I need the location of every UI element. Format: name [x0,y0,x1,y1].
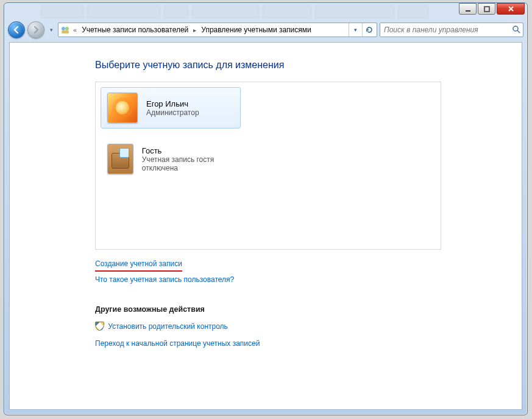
refresh-icon [365,26,374,34]
search-box[interactable] [380,23,523,37]
close-button[interactable] [497,3,525,15]
account-item[interactable]: Гость Учетная запись гостя отключена [101,138,241,180]
chevron-down-icon: ▾ [50,27,53,33]
maximize-button[interactable] [478,3,495,15]
breadcrumb-dropdown[interactable]: ▾ [349,23,362,37]
search-icon[interactable] [512,25,520,35]
avatar [107,93,138,123]
account-name: Егор Ильич [146,99,199,108]
content-pane: Выберите учетную запись для изменения Ег… [9,42,522,410]
shield-icon [95,322,104,331]
forward-button[interactable] [27,21,44,38]
svg-point-2 [62,27,65,30]
svg-rect-4 [62,30,69,33]
minimize-icon [465,6,471,12]
chevron-right-icon[interactable]: ▸ [192,27,197,33]
svg-rect-0 [466,10,470,12]
link-goto-accounts-home[interactable]: Переход к начальной странице учетных зап… [95,336,260,352]
window-frame: ▾ « Учетные записи пользователей ▸ Управ… [4,2,528,415]
page-title: Выберите учетную запись для изменения [95,60,449,71]
account-item[interactable]: Егор Ильич Администратор [101,87,241,129]
nav-bar: ▾ « Учетные записи пользователей ▸ Управ… [8,20,523,40]
minimize-button[interactable] [459,3,477,15]
avatar [107,144,133,174]
link-what-is-account[interactable]: Что такое учетная запись пользователя? [95,272,234,288]
svg-point-5 [513,26,518,31]
svg-rect-1 [484,7,489,12]
maximize-icon [484,6,490,12]
link-parental-controls[interactable]: Установить родительский контроль [108,319,228,335]
title-bar [4,3,527,20]
other-actions-heading: Другие возможные действия [95,305,441,314]
svg-line-6 [517,30,520,33]
breadcrumb-item-2[interactable]: Управление учетными записями [199,26,313,34]
svg-point-3 [65,27,69,30]
back-button[interactable] [8,21,25,38]
arrow-left-icon [12,26,21,34]
refresh-button[interactable] [362,23,375,37]
address-bar[interactable]: « Учетные записи пользователей ▸ Управле… [58,23,377,37]
breadcrumb-item-1[interactable]: Учетные записи пользователей [79,26,191,34]
account-name: Гость [142,146,234,155]
close-icon [508,5,514,12]
user-accounts-icon [60,24,71,35]
chevron-down-icon: ▾ [354,27,357,33]
accounts-list: Егор Ильич Администратор Гость Учетная з… [95,82,441,250]
account-role: Администратор [146,108,199,117]
link-create-account[interactable]: Создание учетной записи [95,256,182,272]
nav-history-dropdown[interactable]: ▾ [47,24,55,36]
account-role: Учетная запись гостя отключена [142,155,234,172]
arrow-right-icon [32,26,40,34]
search-input[interactable] [383,25,512,35]
breadcrumb-prefix: « [72,26,78,33]
